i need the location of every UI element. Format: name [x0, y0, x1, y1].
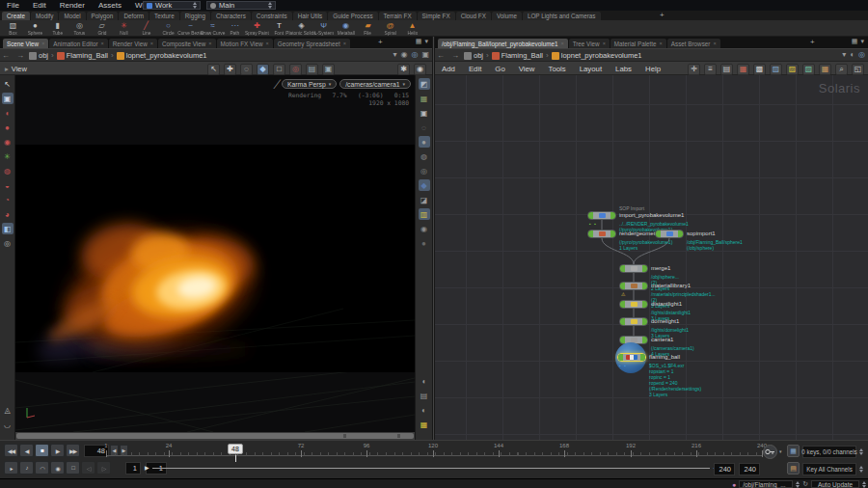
pane-tab[interactable]: Scene View×: [3, 39, 48, 48]
info-circle-icon[interactable]: ◐: [850, 50, 854, 59]
shelf-tab[interactable]: LOP Lights and Cameras: [523, 12, 601, 20]
node-body[interactable]: [619, 264, 648, 273]
breadcrumb-lopnet[interactable]: lopnet_pyrobakevolume1: [117, 51, 207, 60]
shelf-tab[interactable]: Constraints: [252, 12, 292, 20]
shelf-tool[interactable]: Ψ L-System: [312, 20, 335, 36]
menu-edit[interactable]: Edit: [26, 1, 53, 10]
scrollbar-thumb[interactable]: [16, 433, 414, 439]
node-output-flag[interactable]: [640, 354, 645, 361]
toolbar-icon[interactable]: ◌: [240, 64, 253, 75]
render-settings-icon[interactable]: ◉: [414, 64, 426, 75]
pane-tab[interactable]: Composite View×: [158, 39, 216, 48]
pane-divider[interactable]: [432, 37, 435, 440]
left-new-pane-tab-button[interactable]: +: [374, 38, 387, 46]
left-strip-icon[interactable]: ◎: [2, 237, 14, 249]
shelf-tab[interactable]: Characters: [211, 12, 251, 20]
breadcrumb-flaming-ball[interactable]: Flaming_Ball: [57, 51, 108, 60]
tab-close-icon[interactable]: ×: [560, 41, 563, 46]
right-strip-bottom-icon[interactable]: ◐: [419, 404, 430, 416]
context-dropdown[interactable]: /obj/Flaming_...: [739, 480, 793, 488]
scene-viewport[interactable]: ↖▣◖●◉✳◍◒◔◕◧◎ ◬◡: [0, 75, 432, 440]
playbar-option-button[interactable]: ◠: [35, 461, 49, 474]
pane-tab[interactable]: Animation Editor×: [49, 39, 107, 48]
left-strip-icon[interactable]: ◖: [2, 107, 14, 119]
menu-render[interactable]: Render: [53, 1, 92, 10]
node-output-flag[interactable]: [678, 230, 683, 237]
shelf-tab[interactable]: Rigging: [180, 12, 210, 20]
left-strip-bottom-icon[interactable]: ◬: [2, 404, 14, 416]
transport-button[interactable]: ▶▶: [66, 444, 80, 457]
tab-close-icon[interactable]: ×: [713, 41, 716, 46]
tab-close-icon[interactable]: ×: [41, 41, 44, 46]
node-output-flag[interactable]: [610, 230, 615, 237]
shelf-tool[interactable]: ◈ Platonic Solids: [290, 20, 312, 36]
shelf-tool[interactable]: ▮ Tube: [46, 20, 68, 36]
net-menu-go[interactable]: Go: [488, 65, 511, 73]
shelf-tab[interactable]: Terrain FX: [379, 12, 417, 20]
set-keyframe-button[interactable]: [763, 445, 777, 459]
toolbar-icon[interactable]: ✚: [224, 64, 236, 75]
viewport-scrollbar[interactable]: [15, 432, 415, 440]
network-editor[interactable]: Solaris SOP Import: [435, 75, 868, 440]
key-dropdown-icon[interactable]: ▾: [779, 448, 782, 454]
node-output-flag[interactable]: [642, 283, 647, 289]
shelf-new-tab-button[interactable]: +: [656, 11, 668, 19]
list-view-icon[interactable]: ▤: [720, 64, 733, 75]
right-strip-icon[interactable]: ▥: [419, 208, 430, 220]
pane-layout-icon[interactable]: ▦: [852, 38, 858, 45]
right-strip-icon[interactable]: ◍: [419, 150, 430, 162]
right-strip-bottom-icon[interactable]: ◖: [419, 375, 430, 387]
node-body[interactable]: [587, 211, 616, 220]
key-mode-spinner-icon[interactable]: [859, 466, 863, 473]
shelf-tool[interactable]: ✳ Null: [113, 20, 135, 36]
color-palette-icon[interactable]: ▦: [737, 64, 749, 75]
shelf-tab[interactable]: Guide Process: [328, 12, 377, 20]
left-strip-icon[interactable]: ◉: [2, 136, 14, 148]
shelf-tab[interactable]: Model: [59, 12, 85, 20]
path-dropdown-icon[interactable]: ▾: [393, 50, 396, 59]
menu-file[interactable]: File: [0, 1, 26, 10]
node-body[interactable]: [619, 317, 648, 326]
edit-pencil-icon[interactable]: ╱: [274, 80, 279, 89]
shelf-tab[interactable]: Create: [2, 12, 30, 20]
node-output-flag[interactable]: [642, 301, 647, 308]
node-body[interactable]: [619, 282, 648, 290]
channel-list-icon[interactable]: ▤: [787, 462, 800, 474]
pane-tab[interactable]: /obj/Flaming_Ball/lopnet_pyrobakevolume1…: [438, 39, 568, 48]
breadcrumb-lopnet[interactable]: lopnet_pyrobakevolume1: [552, 51, 642, 60]
left-strip-icon[interactable]: ◍: [2, 165, 14, 176]
playbar-option-button[interactable]: ◉: [50, 461, 65, 474]
shelf-tool[interactable]: ▧ Box: [2, 20, 24, 36]
right-new-pane-tab-button[interactable]: +: [806, 38, 819, 46]
tab-close-icon[interactable]: ×: [208, 41, 211, 46]
playhead[interactable]: 48: [228, 444, 243, 454]
toolbar-icon[interactable]: ↖: [207, 64, 220, 75]
shelf-tab[interactable]: Volume: [492, 12, 522, 20]
keys-spinner-icon[interactable]: [859, 448, 863, 455]
cook-refresh-icon[interactable]: ↻: [802, 480, 808, 488]
right-strip-icon[interactable]: ◉: [419, 223, 430, 234]
shelf-tool[interactable]: ▰ File: [357, 20, 379, 36]
range-start-handle[interactable]: ▶: [145, 464, 149, 471]
net-menu-layout[interactable]: Layout: [573, 65, 609, 73]
right-strip-bottom-icon[interactable]: ▤: [419, 390, 430, 401]
net-menu-add[interactable]: Add: [435, 65, 462, 73]
tab-close-icon[interactable]: ×: [343, 41, 346, 46]
renderer-pill[interactable]: Karma Persp▾: [282, 79, 337, 89]
net-menu-help[interactable]: Help: [638, 65, 667, 73]
net-menu-tools[interactable]: Tools: [541, 65, 572, 73]
pane-tab[interactable]: Motion FX View×: [217, 39, 273, 48]
tab-close-icon[interactable]: ×: [266, 41, 269, 46]
left-strip-icon[interactable]: ◒: [2, 179, 14, 191]
pane-tab[interactable]: Asset Browser×: [667, 39, 720, 48]
node-body[interactable]: [587, 230, 616, 238]
playback-range-slider[interactable]: ▶ ◀: [152, 467, 710, 470]
key-mode-dropdown[interactable]: Key All Channels: [802, 463, 856, 475]
shelf-tab[interactable]: Hair Utils: [293, 12, 328, 20]
pin-icon[interactable]: ◉: [400, 50, 407, 59]
shelf-tab[interactable]: Simple FX: [418, 12, 455, 20]
node-output-flag[interactable]: [642, 318, 647, 325]
left-strip-icon[interactable]: ◔: [2, 194, 14, 205]
toolbar-icon[interactable]: ▤: [306, 64, 318, 75]
link-icon[interactable]: ◎: [858, 50, 865, 59]
